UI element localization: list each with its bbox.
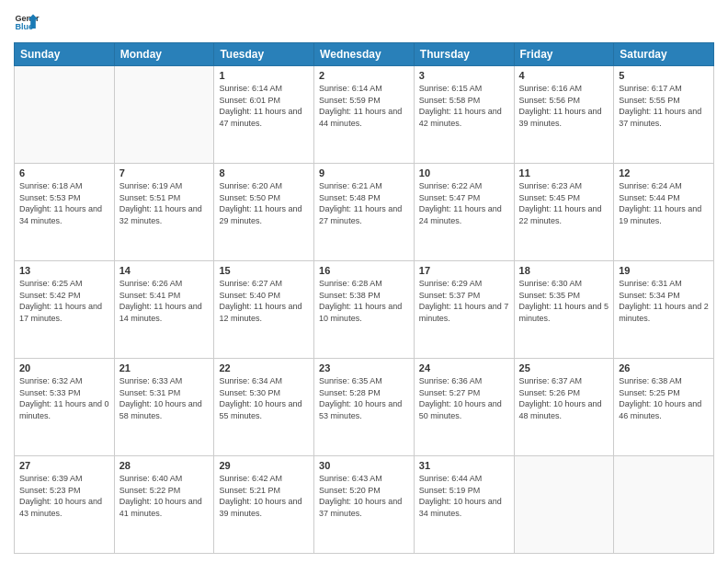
cell-details: Sunrise: 6:33 AMSunset: 5:31 PMDaylight:… [119,375,210,421]
calendar-cell [114,66,214,164]
calendar-cell: 19Sunrise: 6:31 AMSunset: 5:34 PMDayligh… [614,261,714,359]
calendar-week-3: 13Sunrise: 6:25 AMSunset: 5:42 PMDayligh… [15,261,714,359]
weekday-header-thursday: Thursday [414,43,514,66]
day-number: 10 [419,167,509,178]
logo-icon: General Blue [14,9,40,35]
header-row: SundayMondayTuesdayWednesdayThursdayFrid… [15,43,714,66]
cell-details: Sunrise: 6:39 AMSunset: 5:23 PMDaylight:… [19,473,109,519]
cell-details: Sunrise: 6:18 AMSunset: 5:53 PMDaylight:… [19,180,109,226]
calendar-cell: 25Sunrise: 6:37 AMSunset: 5:26 PMDayligh… [514,359,614,456]
calendar-cell: 6Sunrise: 6:18 AMSunset: 5:53 PMDaylight… [15,164,115,261]
day-number: 12 [619,167,709,178]
calendar-cell: 31Sunrise: 6:44 AMSunset: 5:19 PMDayligh… [414,456,514,554]
cell-details: Sunrise: 6:38 AMSunset: 5:25 PMDaylight:… [619,375,709,421]
calendar-cell [15,66,115,164]
day-number: 5 [619,70,709,81]
cell-details: Sunrise: 6:35 AMSunset: 5:28 PMDaylight:… [319,375,409,421]
cell-details: Sunrise: 6:22 AMSunset: 5:47 PMDaylight:… [419,180,509,226]
day-number: 26 [619,362,709,373]
day-number: 6 [19,167,109,178]
calendar-cell: 24Sunrise: 6:36 AMSunset: 5:27 PMDayligh… [414,359,514,456]
day-number: 18 [519,265,609,276]
cell-details: Sunrise: 6:21 AMSunset: 5:48 PMDaylight:… [319,180,409,226]
calendar-cell: 29Sunrise: 6:42 AMSunset: 5:21 PMDayligh… [214,456,314,554]
calendar-cell: 15Sunrise: 6:27 AMSunset: 5:40 PMDayligh… [214,261,314,359]
day-number: 21 [119,362,210,373]
calendar-cell: 3Sunrise: 6:15 AMSunset: 5:58 PMDaylight… [414,66,514,164]
calendar-cell: 21Sunrise: 6:33 AMSunset: 5:31 PMDayligh… [114,359,214,456]
day-number: 1 [219,70,309,81]
day-number: 27 [19,460,109,471]
day-number: 14 [119,265,210,276]
day-number: 15 [219,265,309,276]
calendar-cell: 22Sunrise: 6:34 AMSunset: 5:30 PMDayligh… [214,359,314,456]
calendar-cell: 27Sunrise: 6:39 AMSunset: 5:23 PMDayligh… [15,456,115,554]
cell-details: Sunrise: 6:34 AMSunset: 5:30 PMDaylight:… [219,375,309,421]
day-number: 8 [219,167,309,178]
calendar-cell: 1Sunrise: 6:14 AMSunset: 6:01 PMDaylight… [214,66,314,164]
cell-details: Sunrise: 6:25 AMSunset: 5:42 PMDaylight:… [19,278,109,324]
day-number: 22 [219,362,309,373]
cell-details: Sunrise: 6:44 AMSunset: 5:19 PMDaylight:… [419,473,509,519]
header: General Blue [14,9,714,35]
cell-details: Sunrise: 6:27 AMSunset: 5:40 PMDaylight:… [219,278,309,324]
calendar-cell: 16Sunrise: 6:28 AMSunset: 5:38 PMDayligh… [314,261,415,359]
calendar-week-5: 27Sunrise: 6:39 AMSunset: 5:23 PMDayligh… [15,456,714,554]
day-number: 13 [19,265,109,276]
cell-details: Sunrise: 6:29 AMSunset: 5:37 PMDaylight:… [419,278,509,324]
logo: General Blue [14,9,40,35]
calendar-cell: 18Sunrise: 6:30 AMSunset: 5:35 PMDayligh… [514,261,614,359]
calendar-page: General Blue SundayMondayTuesdayWednesda… [0,0,728,563]
cell-details: Sunrise: 6:24 AMSunset: 5:44 PMDaylight:… [619,180,709,226]
day-number: 25 [519,362,609,373]
day-number: 31 [419,460,509,471]
weekday-header-wednesday: Wednesday [314,43,415,66]
day-number: 28 [119,460,210,471]
cell-details: Sunrise: 6:30 AMSunset: 5:35 PMDaylight:… [519,278,609,324]
calendar-cell: 17Sunrise: 6:29 AMSunset: 5:37 PMDayligh… [414,261,514,359]
day-number: 11 [519,167,609,178]
cell-details: Sunrise: 6:15 AMSunset: 5:58 PMDaylight:… [419,83,509,129]
calendar-cell [614,456,714,554]
svg-text:Blue: Blue [15,22,33,31]
calendar-cell: 8Sunrise: 6:20 AMSunset: 5:50 PMDaylight… [214,164,314,261]
day-number: 4 [519,70,609,81]
cell-details: Sunrise: 6:14 AMSunset: 6:01 PMDaylight:… [219,83,309,129]
day-number: 30 [319,460,409,471]
calendar-cell: 9Sunrise: 6:21 AMSunset: 5:48 PMDaylight… [314,164,415,261]
calendar-week-4: 20Sunrise: 6:32 AMSunset: 5:33 PMDayligh… [15,359,714,456]
weekday-header-monday: Monday [114,43,214,66]
calendar-cell: 13Sunrise: 6:25 AMSunset: 5:42 PMDayligh… [15,261,115,359]
calendar-cell: 12Sunrise: 6:24 AMSunset: 5:44 PMDayligh… [614,164,714,261]
cell-details: Sunrise: 6:42 AMSunset: 5:21 PMDaylight:… [219,473,309,519]
day-number: 3 [419,70,509,81]
cell-details: Sunrise: 6:23 AMSunset: 5:45 PMDaylight:… [519,180,609,226]
cell-details: Sunrise: 6:37 AMSunset: 5:26 PMDaylight:… [519,375,609,421]
day-number: 29 [219,460,309,471]
day-number: 17 [419,265,509,276]
cell-details: Sunrise: 6:16 AMSunset: 5:56 PMDaylight:… [519,83,609,129]
weekday-header-tuesday: Tuesday [214,43,314,66]
calendar-cell: 14Sunrise: 6:26 AMSunset: 5:41 PMDayligh… [114,261,214,359]
day-number: 19 [619,265,709,276]
calendar-cell: 4Sunrise: 6:16 AMSunset: 5:56 PMDaylight… [514,66,614,164]
cell-details: Sunrise: 6:20 AMSunset: 5:50 PMDaylight:… [219,180,309,226]
calendar-cell: 5Sunrise: 6:17 AMSunset: 5:55 PMDaylight… [614,66,714,164]
calendar-cell: 23Sunrise: 6:35 AMSunset: 5:28 PMDayligh… [314,359,415,456]
weekday-header-saturday: Saturday [614,43,714,66]
weekday-header-sunday: Sunday [15,43,115,66]
calendar-table: SundayMondayTuesdayWednesdayThursdayFrid… [14,42,714,554]
weekday-header-friday: Friday [514,43,614,66]
day-number: 20 [19,362,109,373]
day-number: 16 [319,265,409,276]
cell-details: Sunrise: 6:43 AMSunset: 5:20 PMDaylight:… [319,473,409,519]
cell-details: Sunrise: 6:14 AMSunset: 5:59 PMDaylight:… [319,83,409,129]
cell-details: Sunrise: 6:26 AMSunset: 5:41 PMDaylight:… [119,278,210,324]
day-number: 2 [319,70,409,81]
calendar-cell: 30Sunrise: 6:43 AMSunset: 5:20 PMDayligh… [314,456,415,554]
cell-details: Sunrise: 6:40 AMSunset: 5:22 PMDaylight:… [119,473,210,519]
calendar-cell: 28Sunrise: 6:40 AMSunset: 5:22 PMDayligh… [114,456,214,554]
day-number: 24 [419,362,509,373]
day-number: 9 [319,167,409,178]
cell-details: Sunrise: 6:31 AMSunset: 5:34 PMDaylight:… [619,278,709,324]
